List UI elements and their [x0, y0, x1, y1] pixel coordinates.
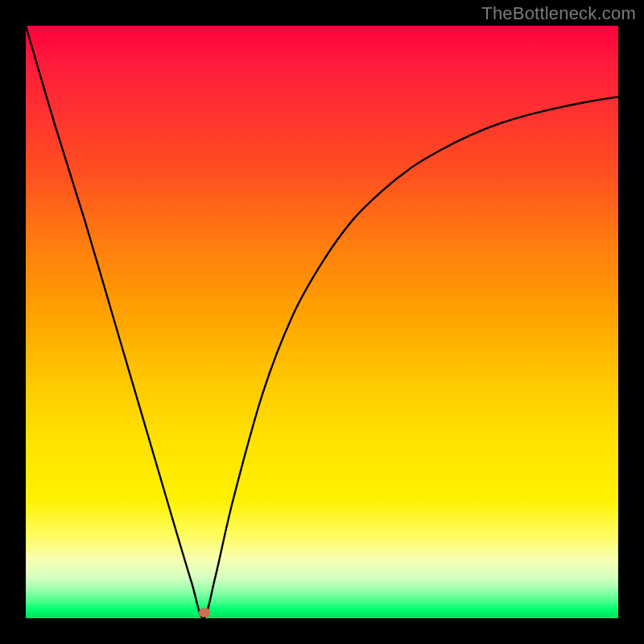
- plot-area: [26, 26, 618, 618]
- minimum-marker: [199, 608, 210, 617]
- watermark-text: TheBottleneck.com: [481, 3, 636, 24]
- chart-frame: TheBottleneck.com: [0, 0, 644, 644]
- bottleneck-curve: [26, 26, 618, 618]
